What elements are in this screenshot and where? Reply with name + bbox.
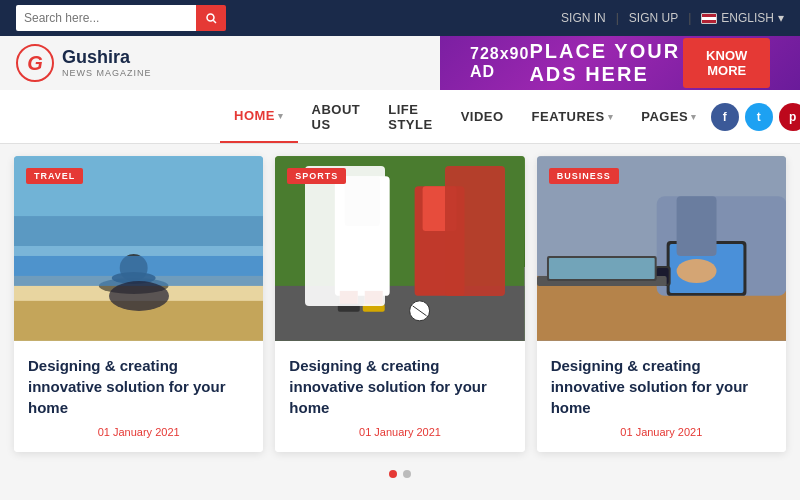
card-travel-body: Designing & creating innovative solution…: [14, 341, 263, 452]
divider2: |: [688, 11, 691, 25]
nav-item-pages[interactable]: PAGES ▾: [627, 90, 711, 143]
flag-icon: [701, 13, 717, 24]
card-business-title: Designing & creating innovative solution…: [551, 355, 772, 418]
nav-home-caret: ▾: [278, 111, 284, 121]
card-travel-image: TRAVEL: [14, 156, 263, 341]
nav-pages-label: PAGES: [641, 109, 688, 124]
ad-tagline: PLACE YOUR ADS HERE: [529, 40, 683, 86]
twitter-icon[interactable]: t: [745, 103, 773, 131]
divider: |: [616, 11, 619, 25]
svg-rect-21: [338, 304, 360, 312]
lang-label: ENGLISH: [721, 11, 774, 25]
svg-rect-19: [340, 291, 358, 306]
svg-rect-10: [14, 156, 263, 216]
svg-rect-16: [423, 186, 457, 231]
ad-size-label: 728x90 AD: [470, 45, 529, 81]
facebook-icon[interactable]: f: [711, 103, 739, 131]
signup-link[interactable]: SIGN UP: [629, 11, 678, 25]
nav-item-home[interactable]: HOME ▾: [220, 90, 298, 143]
nav-features-caret: ▾: [608, 112, 614, 122]
logo-text: Gushira News Magazine: [62, 48, 152, 78]
business-badge: BUSINESS: [549, 168, 619, 184]
svg-rect-5: [14, 301, 263, 341]
sports-badge: SPORTS: [287, 168, 346, 184]
svg-rect-9: [14, 256, 263, 286]
card-business-image: BUSINESS: [537, 156, 786, 341]
nav-area: HOME ▾ ABOUT US LIFE STYLE VIDEO FEATURE…: [220, 90, 800, 143]
logo-name: Gushira: [62, 48, 152, 68]
logo-icon: G: [16, 44, 54, 82]
search-form: [16, 5, 226, 31]
signin-link[interactable]: SIGN IN: [561, 11, 606, 25]
search-button[interactable]: [196, 5, 226, 31]
lang-caret-icon: ▾: [778, 11, 784, 25]
know-more-button[interactable]: KNOW MORE: [683, 38, 770, 88]
header-wrapper: G Gushira News Magazine 728x90 AD PLACE …: [0, 36, 800, 90]
nav-video-label: VIDEO: [461, 109, 504, 124]
card-travel: TRAVEL Designing & creating innovative s…: [14, 156, 263, 452]
search-icon: [205, 12, 217, 24]
card-travel-date: 01 January 2021: [28, 426, 249, 438]
nav-item-lifestyle[interactable]: LIFE STYLE: [374, 90, 446, 143]
travel-badge: TRAVEL: [26, 168, 83, 184]
svg-rect-14: [345, 176, 380, 226]
card-business: BUSINESS Designing & creating innovative…: [537, 156, 786, 452]
nav-features-label: FEATURES: [532, 109, 605, 124]
svg-rect-18: [365, 276, 383, 306]
carousel-dots: [0, 464, 800, 484]
logo-area: G Gushira News Magazine: [0, 36, 220, 90]
svg-rect-20: [365, 291, 383, 306]
card-sports: SPORTS Designing & creating innovative s…: [275, 156, 524, 452]
nav-about-label: ABOUT US: [312, 102, 361, 132]
social-icons: f t p in: [711, 103, 800, 131]
pinterest-icon[interactable]: p: [779, 103, 800, 131]
logo-subtitle: News Magazine: [62, 68, 152, 78]
language-selector[interactable]: ENGLISH ▾: [701, 11, 784, 25]
nav-item-about[interactable]: ABOUT US: [298, 90, 375, 143]
svg-rect-17: [340, 276, 358, 306]
nav-pages-caret: ▾: [691, 112, 697, 122]
svg-rect-34: [549, 258, 655, 279]
svg-point-0: [207, 14, 214, 21]
card-sports-title: Designing & creating innovative solution…: [289, 355, 510, 418]
card-sports-image: SPORTS: [275, 156, 524, 341]
card-sports-body: Designing & creating innovative solution…: [275, 341, 524, 452]
cards-section: TRAVEL Designing & creating innovative s…: [0, 144, 800, 464]
svg-rect-13: [335, 176, 390, 296]
card-business-date: 01 January 2021: [551, 426, 772, 438]
top-bar: SIGN IN | SIGN UP | ENGLISH ▾: [0, 0, 800, 36]
nav-bar: HOME ▾ ABOUT US LIFE STYLE VIDEO FEATURE…: [0, 90, 800, 144]
search-input[interactable]: [16, 5, 196, 31]
svg-point-36: [676, 259, 716, 283]
dot-active[interactable]: [389, 470, 397, 478]
nav-home-label: HOME: [234, 108, 275, 123]
svg-line-1: [213, 20, 216, 23]
ad-banner: 728x90 AD PLACE YOUR ADS HERE KNOW MORE: [440, 36, 800, 90]
card-travel-title: Designing & creating innovative solution…: [28, 355, 249, 418]
card-sports-date: 01 January 2021: [289, 426, 510, 438]
svg-rect-35: [676, 196, 716, 256]
nav-item-features[interactable]: FEATURES ▾: [518, 90, 628, 143]
nav-lifestyle-label: LIFE STYLE: [388, 102, 432, 132]
svg-rect-22: [363, 304, 385, 312]
card-business-body: Designing & creating innovative solution…: [537, 341, 786, 452]
top-right-nav: SIGN IN | SIGN UP | ENGLISH ▾: [561, 11, 784, 25]
nav-item-video[interactable]: VIDEO: [447, 90, 518, 143]
svg-rect-12: [275, 286, 524, 341]
dot-inactive[interactable]: [403, 470, 411, 478]
